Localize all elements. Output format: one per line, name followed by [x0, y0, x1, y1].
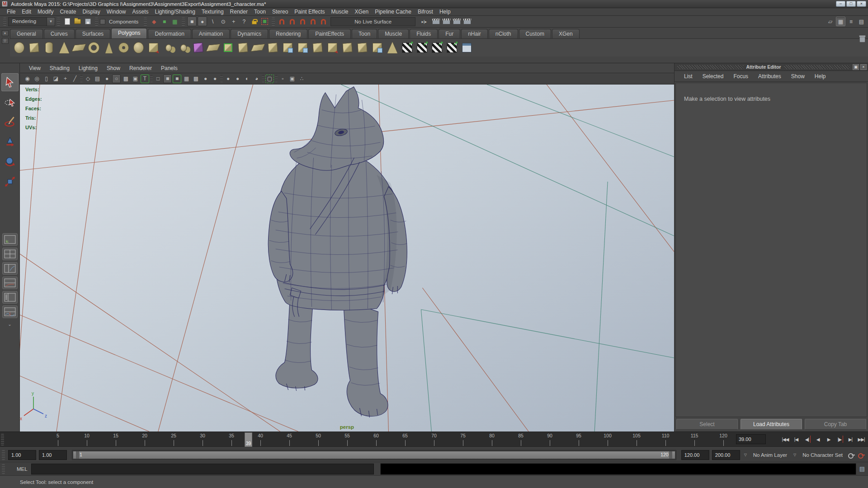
timeline-tick[interactable]: 15 — [101, 432, 130, 447]
default-light-icon[interactable]: ● — [201, 75, 210, 83]
safe-title-icon[interactable]: T — [141, 75, 149, 83]
more-layouts-button[interactable]: ⌄ — [8, 322, 11, 327]
object-select-toggle[interactable]: ■ — [187, 17, 197, 26]
component-select-toggle[interactable]: ● — [198, 17, 207, 26]
character-set-selector[interactable]: No Character Set — [799, 452, 846, 458]
poly-symmetrize-icon[interactable] — [400, 40, 415, 56]
maximize-button[interactable]: □ — [846, 1, 856, 7]
close-panel-icon[interactable]: × — [860, 64, 867, 70]
character-set-dropdown-icon[interactable]: ▽ — [791, 450, 799, 460]
move-tool[interactable] — [1, 133, 19, 151]
command-line-language-label[interactable]: MEL — [7, 466, 31, 472]
shelf-tab[interactable]: nHair — [461, 29, 488, 38]
ae-menu-item[interactable]: Help — [810, 73, 831, 80]
timeline-tick[interactable]: 110 — [651, 432, 680, 447]
poly-mirror-icon[interactable] — [176, 40, 191, 56]
menu-item[interactable]: Render — [227, 9, 251, 15]
select-object-icon[interactable]: ■ — [160, 17, 169, 26]
outliner-persp-layout[interactable] — [2, 291, 18, 304]
line-tool-icon[interactable]: \ — [208, 17, 217, 26]
shelf-tab[interactable]: Fur — [439, 29, 460, 38]
grid-toggle-icon[interactable]: ◇ — [84, 75, 92, 83]
timeline-tick[interactable]: 50 — [304, 432, 333, 447]
timeline-tick[interactable]: 55 — [333, 432, 362, 447]
scale-tool[interactable] — [1, 173, 19, 191]
step-back-frame-button[interactable]: ◀| — [802, 434, 812, 444]
multisampling-icon[interactable]: ◕ — [252, 75, 261, 83]
tool-settings-toggle[interactable]: ≡ — [846, 17, 856, 26]
shelf-tab[interactable]: Rendering — [269, 29, 307, 38]
timeline-tick[interactable]: 80 — [477, 432, 506, 447]
wireframe-mode-icon[interactable]: □ — [154, 75, 162, 83]
separator[interactable] — [275, 75, 278, 82]
ae-menu-item[interactable]: Attributes — [753, 73, 786, 80]
all-lights-icon[interactable]: ● — [211, 75, 219, 83]
menu-item[interactable]: Bifrost — [415, 9, 436, 15]
ae-menu-item[interactable]: List — [679, 73, 698, 80]
poly-quad-draw-icon[interactable] — [340, 40, 355, 56]
shelf-tab[interactable]: Fluids — [410, 29, 438, 38]
ambient-occlusion-icon[interactable]: ● — [233, 75, 242, 83]
copy-tab-button[interactable]: Copy Tab — [805, 419, 866, 430]
poly-wedge-icon[interactable] — [265, 40, 280, 56]
menu-item[interactable]: Muscle — [328, 9, 352, 15]
shelf-tab[interactable]: Muscle — [378, 29, 409, 38]
playback-start-field[interactable]: 1.00 — [39, 450, 67, 460]
panel-menu-item[interactable]: View — [24, 65, 45, 71]
shelf-trash-button[interactable] — [858, 35, 866, 44]
drag-handle[interactable] — [144, 18, 147, 26]
menu-item[interactable]: Window — [104, 9, 129, 15]
timeline-tick[interactable]: 35 — [217, 432, 246, 447]
drag-handle[interactable] — [272, 18, 275, 26]
motion-blur-icon[interactable]: ◐ — [243, 75, 251, 83]
shelf-tab[interactable]: General — [10, 29, 43, 38]
step-forward-key-button[interactable]: ▶| — [845, 434, 856, 444]
set-key-icon[interactable] — [848, 451, 855, 459]
drag-handle[interactable] — [3, 18, 6, 26]
poly-sculpt-icon[interactable] — [429, 40, 444, 56]
play-backwards-button[interactable]: ◀ — [812, 434, 823, 444]
menu-item[interactable]: Edit — [19, 9, 34, 15]
menu-item[interactable]: Stereo — [269, 9, 291, 15]
poly-reduce-icon[interactable] — [146, 40, 161, 56]
go-to-end-button[interactable]: ▶▶| — [856, 434, 867, 444]
shaded-mode-icon[interactable]: ■ — [163, 75, 172, 83]
shadows-icon[interactable]: ● — [224, 75, 232, 83]
poly-smooth-icon[interactable] — [355, 40, 370, 56]
drag-handle[interactable] — [2, 450, 5, 460]
persp-graph-layout[interactable] — [2, 305, 18, 318]
poly-split-icon[interactable] — [236, 40, 250, 56]
uv-editor-icon[interactable] — [459, 40, 474, 56]
poly-plane-icon[interactable] — [71, 40, 86, 56]
shelf-menu-button[interactable]: ▽ — [2, 38, 9, 44]
shelf-tab-switch-button[interactable]: ▾ — [2, 30, 9, 36]
animation-end-field[interactable]: 200.00 — [712, 450, 740, 460]
lasso-select-tool[interactable] — [1, 93, 19, 111]
poly-extrude-icon[interactable] — [295, 40, 310, 56]
camera-tools-icon[interactable]: ◉ — [23, 75, 32, 83]
animation-start-field[interactable]: 1.00 — [8, 450, 36, 460]
separator[interactable] — [262, 75, 264, 82]
camera-attributes-icon[interactable]: ◎ — [33, 75, 41, 83]
shelf-tab[interactable]: Curves — [44, 29, 75, 38]
current-frame-marker[interactable]: 39 — [245, 432, 252, 447]
field-chart-icon[interactable]: ▩ — [122, 75, 130, 83]
shelf-tab[interactable]: Deformation — [148, 29, 191, 38]
attribute-editor-header[interactable]: Attribute Editor ▣ × — [675, 63, 868, 71]
poly-sphere-icon[interactable] — [12, 40, 27, 56]
drag-handle[interactable] — [1, 434, 4, 446]
menu-item[interactable]: Lighting/Shading — [151, 9, 198, 15]
shelf-tab[interactable]: Toon — [352, 29, 377, 38]
channel-box-toggle[interactable]: ▤ — [857, 17, 866, 26]
poly-extract-icon[interactable] — [206, 40, 221, 56]
split-vertical-layout[interactable] — [2, 262, 18, 275]
film-gate-icon[interactable]: ▤ — [93, 75, 102, 83]
panel-menu-item[interactable]: Renderer — [125, 65, 156, 71]
select-tool[interactable] — [1, 73, 19, 91]
image-plane-icon[interactable]: ◪ — [52, 75, 60, 83]
timeline-tick[interactable]: 20 — [130, 432, 159, 447]
two-d-pan-zoom-icon[interactable]: + — [61, 75, 70, 83]
step-back-key-button[interactable]: |◀ — [791, 434, 802, 444]
poly-cut-icon[interactable] — [221, 40, 236, 56]
command-line-input[interactable] — [31, 464, 374, 474]
